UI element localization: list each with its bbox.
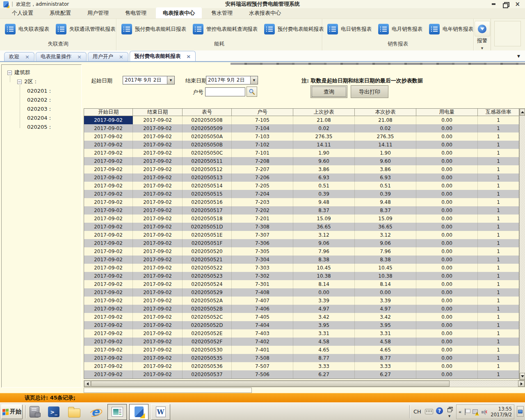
table-cell[interactable]: 0202050509 [183, 124, 232, 132]
table-cell[interactable]: 0202050515 [183, 190, 232, 198]
table-cell[interactable]: 2017-09-02 [133, 182, 183, 190]
table-cell[interactable]: 3.33 [355, 362, 416, 370]
end-date-combo[interactable]: 2017年 9月 2日 [206, 76, 258, 84]
table-cell[interactable]: 0.00 [293, 288, 355, 297]
tab-2[interactable]: 电表批量操作 [36, 52, 87, 61]
table-cell[interactable]: 2017-09-02 [133, 116, 183, 124]
table-cell[interactable]: 9.06 [293, 239, 355, 247]
table-cell[interactable]: 2017-09-02 [84, 354, 133, 362]
table-cell[interactable]: 7-204 [232, 190, 293, 198]
table-cell[interactable]: 8.14 [355, 280, 416, 288]
table-cell[interactable]: 0.00 [416, 132, 478, 141]
table-cell[interactable]: 2017-09-02 [133, 223, 183, 231]
table-cell[interactable]: 1 [478, 264, 519, 272]
table-cell[interactable]: 2017-09-02 [133, 190, 183, 198]
table-cell[interactable]: 020205050C [183, 149, 232, 157]
tab-1[interactable]: 欢迎 [4, 52, 34, 61]
tree-node-zone[interactable]: 2区 : [17, 77, 81, 86]
table-cell[interactable]: 2017-09-02 [133, 313, 183, 321]
table-cell[interactable]: 1 [478, 346, 519, 354]
table-cell[interactable]: 1 [478, 157, 519, 165]
table-cell[interactable]: 2017-09-02 [133, 305, 183, 313]
table-cell[interactable]: 020205052D [183, 321, 232, 329]
horizontal-scrollbar[interactable] [84, 380, 525, 387]
table-cell[interactable]: 4.97 [293, 305, 355, 313]
menu-item-1[interactable]: 个人设置 [5, 7, 40, 18]
table-cell[interactable]: 0.00 [416, 370, 478, 379]
table-cell[interactable]: 4.58 [355, 338, 416, 346]
close-icon[interactable] [515, 2, 520, 7]
task-word-button[interactable]: W [151, 404, 170, 420]
table-cell[interactable]: 0202050513 [183, 173, 232, 182]
table-cell[interactable]: 1.90 [355, 149, 416, 157]
chevron-down-icon[interactable] [250, 76, 258, 84]
tree-node-leaf-3[interactable]: 020203 : [27, 104, 81, 113]
table-cell[interactable]: 0202050524 [183, 280, 232, 288]
table-cell[interactable]: 0202050529 [183, 288, 232, 297]
table-cell[interactable]: 2017-09-02 [133, 124, 183, 132]
table-cell[interactable]: 7-303 [232, 264, 293, 272]
table-cell[interactable]: 3.31 [355, 329, 416, 338]
column-header-6[interactable]: 本次抄表 [355, 109, 416, 116]
table-cell[interactable]: 0.00 [416, 264, 478, 272]
tree-node-leaf-1[interactable]: 020201 : [27, 86, 81, 95]
table-cell[interactable]: 020205052F [183, 338, 232, 346]
table-cell[interactable]: 0.00 [416, 329, 478, 338]
table-cell[interactable]: 14.11 [355, 141, 416, 149]
table-cell[interactable]: 6.93 [293, 173, 355, 182]
table-cell[interactable]: 7-506 [232, 370, 293, 379]
table-cell[interactable]: 1 [478, 206, 519, 215]
table-cell[interactable]: 0.00 [416, 354, 478, 362]
table-cell[interactable]: 9.48 [355, 198, 416, 206]
table-cell[interactable]: 9.60 [293, 157, 355, 165]
show-desktop-button[interactable] [517, 406, 524, 417]
table-cell[interactable]: 7-508 [232, 354, 293, 362]
table-cell[interactable]: 7-207 [232, 165, 293, 173]
table-cell[interactable]: 7-306 [232, 239, 293, 247]
table-cell[interactable]: 276.35 [355, 132, 416, 141]
table-cell[interactable]: 21.08 [293, 116, 355, 124]
ribbon-button[interactable]: 电失联表报表 [2, 21, 52, 37]
tab-close-icon[interactable] [119, 54, 123, 60]
table-cell[interactable]: 7-305 [232, 247, 293, 256]
tree-node-leaf-5[interactable]: 020205 : [27, 122, 81, 131]
table-cell[interactable]: 0202050530 [183, 346, 232, 354]
table-cell[interactable]: 3.31 [293, 329, 355, 338]
ribbon-button[interactable]: 电年销售报表 [426, 21, 477, 37]
table-cell[interactable]: 276.35 [293, 132, 355, 141]
table-cell[interactable]: 1 [478, 247, 519, 256]
table-cell[interactable]: 0.00 [416, 256, 478, 264]
table-cell[interactable]: 0202050537 [183, 370, 232, 379]
table-cell[interactable]: 1 [478, 223, 519, 231]
table-cell[interactable]: 0.00 [416, 288, 478, 297]
table-cell[interactable]: 2017-09-02 [84, 157, 133, 165]
table-cell[interactable]: 2017-09-02 [84, 256, 133, 264]
system-tools-icon[interactable] [30, 406, 39, 418]
table-cell[interactable]: 2017-09-02 [133, 198, 183, 206]
help-icon[interactable]: ? [436, 407, 443, 414]
table-cell[interactable]: 2017-09-02 [133, 239, 183, 247]
table-cell[interactable]: 3.95 [355, 321, 416, 329]
table-cell[interactable]: 2017-09-02 [84, 173, 133, 182]
table-cell[interactable]: 020205052A [183, 297, 232, 305]
tray-clock[interactable]: 13:55 2017/9/2 [491, 406, 512, 418]
collapse-icon[interactable] [17, 80, 22, 84]
table-cell[interactable]: 9.06 [355, 239, 416, 247]
menu-item-7[interactable]: 水表报表中心 [242, 7, 288, 18]
tab-list-dropdown-icon[interactable] [517, 53, 520, 59]
table-cell[interactable]: 0202050520 [183, 247, 232, 256]
table-cell[interactable]: 2017-09-02 [84, 141, 133, 149]
table-cell[interactable]: 020205052E [183, 329, 232, 338]
table-cell[interactable]: 1 [478, 305, 519, 313]
table-cell[interactable]: 0202050518 [183, 215, 232, 223]
table-cell[interactable]: 3.95 [293, 321, 355, 329]
account-input[interactable] [205, 87, 245, 96]
table-cell[interactable]: 020205050A [183, 132, 232, 141]
tab-3[interactable]: 用户开户 [88, 52, 128, 61]
table-cell[interactable]: 2017-09-02 [133, 264, 183, 272]
table-cell[interactable]: 2017-09-02 [133, 338, 183, 346]
table-cell[interactable]: 7-201 [232, 215, 293, 223]
keyboard-icon[interactable] [425, 409, 433, 414]
minimize-icon[interactable] [491, 2, 496, 7]
table-cell[interactable]: 8.14 [293, 280, 355, 288]
